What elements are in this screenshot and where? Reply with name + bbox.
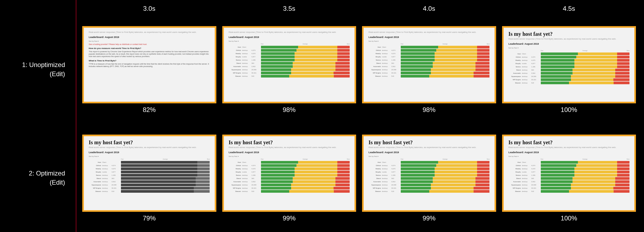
thumbnail-r2-c4[interactable]: Is my host fast yet?Real-world server re…: [502, 135, 636, 212]
percent-r1-c3: 98%: [423, 106, 435, 114]
cell-r1-c1: Real-world server response (Time to Firs…: [82, 15, 216, 124]
thumbnail-r2-c1[interactable]: Is my host fast yet?Real-world server re…: [82, 135, 216, 212]
thumbnail-r1-c4[interactable]: Is my host fast yet?Real-world server re…: [502, 26, 636, 103]
cell-r2-c3: Is my host fast yet?Real-world server re…: [362, 124, 496, 232]
row-label-2-title: 2: Optimized: [29, 169, 65, 178]
cell-r2-c1: Is my host fast yet?Real-world server re…: [82, 124, 216, 232]
percent-r2-c3: 99%: [423, 215, 435, 222]
cell-r1-c3: Real-world server response (Time to Firs…: [362, 15, 496, 124]
percent-r2-c2: 99%: [283, 215, 296, 222]
thumbnail-r1-c1[interactable]: Real-world server response (Time to Firs…: [82, 26, 216, 103]
cell-r2-c2: Is my host fast yet?Real-world server re…: [222, 124, 356, 232]
vertical-divider: [76, 0, 76, 232]
time-header-3: 4.5s: [502, 0, 636, 15]
time-header-1: 3.5s: [222, 0, 356, 15]
percent-r2-c4: 100%: [561, 215, 577, 222]
time-header-0: 3.0s: [82, 0, 216, 15]
cell-r1-c2: Real-world server response (Time to Firs…: [222, 15, 356, 124]
thumbnail-r1-c2[interactable]: Real-world server response (Time to Firs…: [222, 26, 356, 103]
row-2-edit-link[interactable]: (Edit): [50, 178, 65, 187]
thumbnail-r2-c2[interactable]: Is my host fast yet?Real-world server re…: [222, 135, 356, 212]
percent-r1-c2: 98%: [283, 106, 296, 114]
thumbnail-r2-c3[interactable]: Is my host fast yet?Real-world server re…: [362, 135, 496, 212]
row-1-edit-link[interactable]: (Edit): [50, 69, 65, 79]
time-header-2: 4.0s: [362, 0, 496, 15]
cell-r2-c4: Is my host fast yet?Real-world server re…: [502, 124, 636, 232]
cell-r1-c4: Is my host fast yet?Real-world server re…: [502, 15, 636, 124]
filmstrip-grid: 3.0s 3.5s 4.0s 4.5s 1: Unoptimized (Edit…: [0, 0, 644, 232]
percent-r1-c4: 100%: [561, 106, 577, 114]
percent-r1-c1: 82%: [143, 106, 156, 114]
row-label-1-title: 1: Unoptimized: [22, 60, 65, 69]
row-label-1: 1: Unoptimized (Edit): [0, 15, 70, 124]
row-label-2: 2: Optimized (Edit): [0, 124, 70, 232]
percent-r2-c1: 79%: [143, 215, 156, 222]
thumbnail-r1-c3[interactable]: Real-world server response (Time to Firs…: [362, 26, 496, 103]
